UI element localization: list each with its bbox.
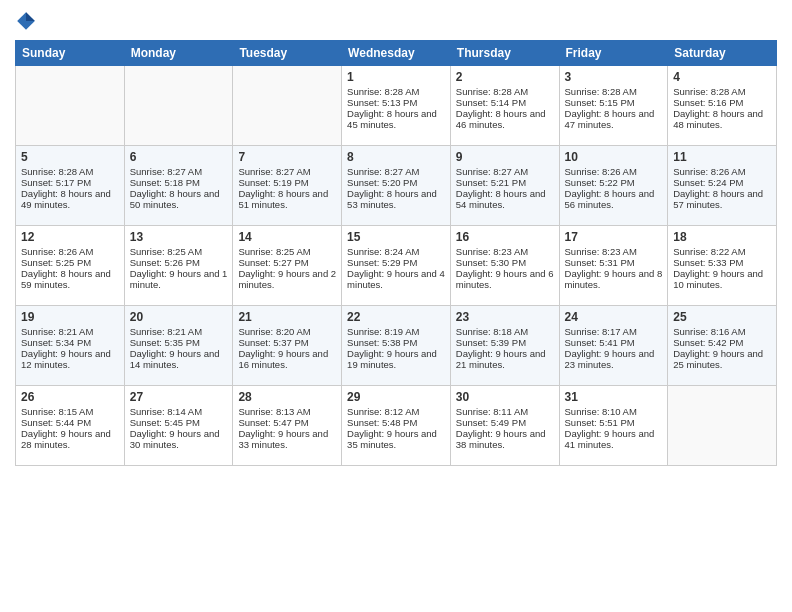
- calendar-cell: 3Sunrise: 8:28 AMSunset: 5:15 PMDaylight…: [559, 66, 668, 146]
- calendar-container: SundayMondayTuesdayWednesdayThursdayFrid…: [0, 0, 792, 612]
- sunset-line: Sunset: 5:27 PM: [238, 257, 336, 268]
- calendar-cell: [16, 66, 125, 146]
- sunrise-line: Sunrise: 8:17 AM: [565, 326, 663, 337]
- day-header-thursday: Thursday: [450, 41, 559, 66]
- daylight-line: Daylight: 9 hours and 23 minutes.: [565, 348, 663, 370]
- day-number: 17: [565, 230, 663, 244]
- daylight-line: Daylight: 8 hours and 59 minutes.: [21, 268, 119, 290]
- calendar-cell: 6Sunrise: 8:27 AMSunset: 5:18 PMDaylight…: [124, 146, 233, 226]
- sunset-line: Sunset: 5:38 PM: [347, 337, 445, 348]
- day-number: 12: [21, 230, 119, 244]
- day-number: 10: [565, 150, 663, 164]
- days-header-row: SundayMondayTuesdayWednesdayThursdayFrid…: [16, 41, 777, 66]
- calendar-cell: 13Sunrise: 8:25 AMSunset: 5:26 PMDayligh…: [124, 226, 233, 306]
- daylight-line: Daylight: 8 hours and 50 minutes.: [130, 188, 228, 210]
- day-number: 24: [565, 310, 663, 324]
- daylight-line: Daylight: 8 hours and 46 minutes.: [456, 108, 554, 130]
- day-number: 28: [238, 390, 336, 404]
- sunrise-line: Sunrise: 8:28 AM: [347, 86, 445, 97]
- sunrise-line: Sunrise: 8:25 AM: [130, 246, 228, 257]
- sunset-line: Sunset: 5:39 PM: [456, 337, 554, 348]
- day-number: 13: [130, 230, 228, 244]
- sunset-line: Sunset: 5:51 PM: [565, 417, 663, 428]
- sunset-line: Sunset: 5:24 PM: [673, 177, 771, 188]
- daylight-line: Daylight: 8 hours and 47 minutes.: [565, 108, 663, 130]
- daylight-line: Daylight: 9 hours and 30 minutes.: [130, 428, 228, 450]
- daylight-line: Daylight: 9 hours and 1 minute.: [130, 268, 228, 290]
- sunrise-line: Sunrise: 8:20 AM: [238, 326, 336, 337]
- calendar-cell: 18Sunrise: 8:22 AMSunset: 5:33 PMDayligh…: [668, 226, 777, 306]
- day-number: 26: [21, 390, 119, 404]
- sunrise-line: Sunrise: 8:11 AM: [456, 406, 554, 417]
- sunrise-line: Sunrise: 8:14 AM: [130, 406, 228, 417]
- daylight-line: Daylight: 9 hours and 25 minutes.: [673, 348, 771, 370]
- day-number: 20: [130, 310, 228, 324]
- daylight-line: Daylight: 8 hours and 54 minutes.: [456, 188, 554, 210]
- daylight-line: Daylight: 8 hours and 53 minutes.: [347, 188, 445, 210]
- sunrise-line: Sunrise: 8:28 AM: [456, 86, 554, 97]
- daylight-line: Daylight: 9 hours and 21 minutes.: [456, 348, 554, 370]
- day-number: 27: [130, 390, 228, 404]
- calendar-cell: 21Sunrise: 8:20 AMSunset: 5:37 PMDayligh…: [233, 306, 342, 386]
- sunset-line: Sunset: 5:19 PM: [238, 177, 336, 188]
- sunset-line: Sunset: 5:41 PM: [565, 337, 663, 348]
- daylight-line: Daylight: 8 hours and 51 minutes.: [238, 188, 336, 210]
- sunset-line: Sunset: 5:29 PM: [347, 257, 445, 268]
- sunrise-line: Sunrise: 8:27 AM: [238, 166, 336, 177]
- day-number: 25: [673, 310, 771, 324]
- sunset-line: Sunset: 5:22 PM: [565, 177, 663, 188]
- day-number: 2: [456, 70, 554, 84]
- calendar-cell: 28Sunrise: 8:13 AMSunset: 5:47 PMDayligh…: [233, 386, 342, 466]
- day-header-monday: Monday: [124, 41, 233, 66]
- calendar-cell: 23Sunrise: 8:18 AMSunset: 5:39 PMDayligh…: [450, 306, 559, 386]
- calendar-cell: 15Sunrise: 8:24 AMSunset: 5:29 PMDayligh…: [342, 226, 451, 306]
- daylight-line: Daylight: 9 hours and 35 minutes.: [347, 428, 445, 450]
- logo-icon: [15, 10, 37, 32]
- calendar-cell: 27Sunrise: 8:14 AMSunset: 5:45 PMDayligh…: [124, 386, 233, 466]
- sunset-line: Sunset: 5:13 PM: [347, 97, 445, 108]
- day-number: 6: [130, 150, 228, 164]
- sunset-line: Sunset: 5:14 PM: [456, 97, 554, 108]
- sunrise-line: Sunrise: 8:16 AM: [673, 326, 771, 337]
- calendar-cell: 4Sunrise: 8:28 AMSunset: 5:16 PMDaylight…: [668, 66, 777, 146]
- calendar-cell: 19Sunrise: 8:21 AMSunset: 5:34 PMDayligh…: [16, 306, 125, 386]
- sunset-line: Sunset: 5:25 PM: [21, 257, 119, 268]
- sunrise-line: Sunrise: 8:28 AM: [565, 86, 663, 97]
- daylight-line: Daylight: 8 hours and 56 minutes.: [565, 188, 663, 210]
- sunrise-line: Sunrise: 8:28 AM: [21, 166, 119, 177]
- daylight-line: Daylight: 9 hours and 41 minutes.: [565, 428, 663, 450]
- sunrise-line: Sunrise: 8:28 AM: [673, 86, 771, 97]
- daylight-line: Daylight: 8 hours and 57 minutes.: [673, 188, 771, 210]
- sunrise-line: Sunrise: 8:21 AM: [130, 326, 228, 337]
- daylight-line: Daylight: 8 hours and 45 minutes.: [347, 108, 445, 130]
- calendar-cell: 16Sunrise: 8:23 AMSunset: 5:30 PMDayligh…: [450, 226, 559, 306]
- day-number: 31: [565, 390, 663, 404]
- calendar-cell: 17Sunrise: 8:23 AMSunset: 5:31 PMDayligh…: [559, 226, 668, 306]
- calendar-cell: 5Sunrise: 8:28 AMSunset: 5:17 PMDaylight…: [16, 146, 125, 226]
- sunset-line: Sunset: 5:42 PM: [673, 337, 771, 348]
- daylight-line: Daylight: 9 hours and 19 minutes.: [347, 348, 445, 370]
- week-row-2: 5Sunrise: 8:28 AMSunset: 5:17 PMDaylight…: [16, 146, 777, 226]
- sunset-line: Sunset: 5:20 PM: [347, 177, 445, 188]
- sunrise-line: Sunrise: 8:27 AM: [130, 166, 228, 177]
- sunset-line: Sunset: 5:15 PM: [565, 97, 663, 108]
- daylight-line: Daylight: 9 hours and 4 minutes.: [347, 268, 445, 290]
- day-number: 18: [673, 230, 771, 244]
- sunset-line: Sunset: 5:49 PM: [456, 417, 554, 428]
- calendar-cell: 26Sunrise: 8:15 AMSunset: 5:44 PMDayligh…: [16, 386, 125, 466]
- day-number: 23: [456, 310, 554, 324]
- sunrise-line: Sunrise: 8:18 AM: [456, 326, 554, 337]
- sunrise-line: Sunrise: 8:23 AM: [456, 246, 554, 257]
- sunrise-line: Sunrise: 8:12 AM: [347, 406, 445, 417]
- sunrise-line: Sunrise: 8:27 AM: [347, 166, 445, 177]
- sunset-line: Sunset: 5:37 PM: [238, 337, 336, 348]
- week-row-4: 19Sunrise: 8:21 AMSunset: 5:34 PMDayligh…: [16, 306, 777, 386]
- sunrise-line: Sunrise: 8:15 AM: [21, 406, 119, 417]
- daylight-line: Daylight: 9 hours and 38 minutes.: [456, 428, 554, 450]
- day-number: 5: [21, 150, 119, 164]
- daylight-line: Daylight: 9 hours and 12 minutes.: [21, 348, 119, 370]
- sunrise-line: Sunrise: 8:26 AM: [673, 166, 771, 177]
- daylight-line: Daylight: 9 hours and 33 minutes.: [238, 428, 336, 450]
- day-number: 21: [238, 310, 336, 324]
- daylight-line: Daylight: 9 hours and 6 minutes.: [456, 268, 554, 290]
